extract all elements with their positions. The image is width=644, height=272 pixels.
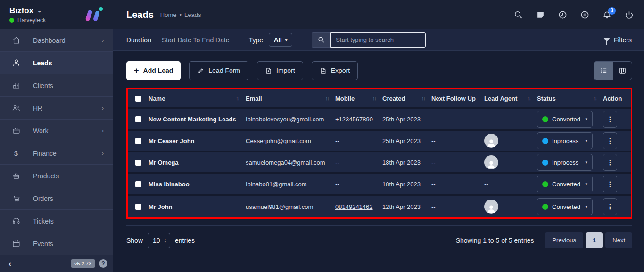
sort-icon[interactable]: ↑↓ [527, 96, 537, 101]
sidebar-item-dashboard[interactable]: Dashboard › [0, 29, 113, 52]
status-dropdown[interactable]: Converted▾ [537, 198, 593, 215]
row-actions-button[interactable]: ⋮ [603, 176, 617, 192]
status-dropdown[interactable]: Converted▾ [537, 176, 593, 192]
sidebar-item-clients[interactable]: Clients [0, 74, 113, 97]
col-name: Name [149, 95, 165, 102]
lead-email: Ibinabo01@gmail.com [246, 181, 335, 188]
lead-name[interactable]: Miss Ibinaboo [149, 181, 246, 188]
bell-icon[interactable]: 3 [603, 10, 611, 19]
sidebar-item-orders[interactable]: Orders [0, 187, 113, 210]
table-footer: Show 10 ▲▼ entries Showing 1 to 5 of 5 e… [126, 225, 632, 256]
breadcrumb-current: Leads [184, 11, 201, 18]
select-all-checkbox[interactable] [135, 96, 141, 102]
sort-icon[interactable]: ↑↓ [593, 96, 603, 101]
add-circle-icon[interactable] [580, 10, 589, 19]
row-actions-button[interactable]: ⋮ [603, 154, 617, 171]
lead-created: 18th Apr 2023 [382, 181, 431, 188]
row-actions-button[interactable]: ⋮ [603, 198, 617, 215]
row-checkbox[interactable] [135, 181, 141, 187]
col-lead-agent: Lead Agent [484, 95, 517, 102]
caret-down-icon: ▾ [285, 38, 288, 42]
row-checkbox[interactable] [135, 138, 141, 144]
status-dropdown[interactable]: Inprocess▾ [537, 154, 593, 171]
sidebar-item-label: Clients [33, 82, 53, 89]
list-view-button[interactable] [594, 62, 613, 80]
lead-name[interactable]: Mr Ceaser John [149, 137, 246, 144]
export-button[interactable]: Export [312, 61, 358, 80]
search-icon[interactable] [312, 32, 330, 48]
building-icon [11, 81, 21, 89]
collapse-sidebar-icon[interactable]: ‹ [8, 259, 11, 269]
calendar-icon [11, 240, 21, 248]
lead-name[interactable]: New Content Marketing Leads [149, 116, 246, 123]
sidebar-nav: Dashboard › Leads Clients HR › Work › [0, 29, 113, 255]
sort-icon[interactable]: ↑↓ [325, 96, 335, 101]
content: + Add Lead Lead Form Import Export [113, 51, 644, 272]
col-action: Action [603, 95, 622, 102]
help-icon[interactable]: ? [99, 259, 107, 268]
chevron-right-icon: › [102, 37, 104, 44]
lead-agent: -- [484, 181, 537, 188]
breadcrumb-separator: • [180, 11, 182, 18]
chevron-right-icon: › [102, 104, 104, 112]
status-dropdown[interactable]: Converted▾ [537, 111, 593, 128]
lead-name[interactable]: Mr John [149, 203, 246, 210]
date-range-field[interactable]: Start Date To End Date [162, 36, 230, 44]
type-dropdown[interactable]: All ▾ [269, 33, 292, 47]
caret-down-icon: ▾ [585, 138, 587, 143]
sidebar-item-finance[interactable]: $ Finance › [0, 142, 113, 165]
sidebar-item-work[interactable]: Work › [0, 120, 113, 142]
row-checkbox[interactable] [135, 204, 141, 210]
sidebar-item-leads[interactable]: Leads [0, 52, 113, 74]
sidebar-brand: Bizfox ⌄ Harveyteck [0, 0, 113, 29]
lead-mobile: -- [335, 181, 382, 188]
sort-icon[interactable]: ↑↓ [236, 96, 246, 101]
sidebar-item-events[interactable]: Events [0, 232, 113, 255]
lead-email: samuelomega04@gmail.com [246, 159, 335, 166]
sidebar-item-label: Work [33, 127, 48, 135]
sidebar-item-label: Events [33, 240, 53, 248]
workspace-switcher[interactable]: Bizfox ⌄ [9, 6, 46, 16]
next-page-button[interactable]: Next [605, 232, 632, 248]
page-title: Leads [126, 9, 154, 20]
sidebar-item-products[interactable]: Products [0, 165, 113, 187]
type-label: Type [249, 36, 263, 44]
filters-button[interactable]: Filters [591, 29, 644, 51]
previous-page-button[interactable]: Previous [545, 232, 583, 248]
breadcrumb-home[interactable]: Home [160, 11, 177, 18]
notes-icon[interactable] [536, 10, 545, 19]
sidebar-item-hr[interactable]: HR › [0, 97, 113, 120]
row-checkbox[interactable] [135, 116, 141, 122]
page-number-button[interactable]: 1 [586, 232, 603, 248]
sidebar-item-label: Tickets [33, 217, 54, 225]
search-group [312, 32, 426, 48]
add-lead-button[interactable]: + Add Lead [126, 61, 181, 80]
divider [239, 29, 239, 51]
lead-mobile-link[interactable]: 08149241462 [335, 203, 373, 210]
lead-name[interactable]: Mr Omega [149, 159, 246, 166]
row-actions-button[interactable]: ⋮ [603, 132, 617, 149]
page-size-input[interactable]: 10 ▲▼ [148, 233, 170, 248]
lead-mobile-link[interactable]: +1234567890 [335, 116, 373, 123]
lead-form-button[interactable]: Lead Form [189, 61, 248, 80]
breadcrumb: Home • Leads [160, 11, 201, 18]
row-checkbox[interactable] [135, 160, 141, 166]
pencil-icon [197, 67, 204, 74]
col-created: Created [382, 95, 405, 102]
row-actions-button[interactable]: ⋮ [603, 111, 617, 128]
clock-icon[interactable] [558, 10, 567, 19]
kanban-view-button[interactable] [613, 62, 632, 80]
sort-icon[interactable]: ↑↓ [421, 96, 431, 101]
sort-icon[interactable]: ↑↓ [372, 96, 382, 101]
import-button[interactable]: Import [257, 61, 303, 80]
sidebar-item-tickets[interactable]: Tickets [0, 210, 113, 232]
sidebar-item-label: Dashboard [33, 37, 66, 44]
spinner-icon[interactable]: ▲▼ [164, 238, 167, 243]
topbar: Leads Home • Leads 3 [113, 0, 644, 29]
filters-button-label: Filters [614, 36, 632, 44]
search-input[interactable] [330, 32, 426, 48]
power-icon[interactable] [625, 10, 634, 19]
status-dropdown[interactable]: Inprocess▾ [537, 132, 593, 149]
search-icon[interactable] [514, 10, 523, 19]
home-icon [11, 36, 21, 44]
